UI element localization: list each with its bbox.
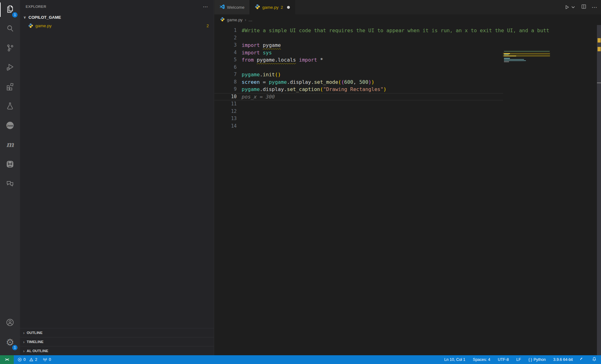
chevron-right-icon: › [23, 331, 24, 335]
code-line[interactable]: import pygame [242, 42, 601, 49]
line-number[interactable]: 6 [214, 64, 237, 71]
run-debug-icon [6, 63, 14, 73]
remote-indicator[interactable]: >< [0, 355, 14, 364]
line-number[interactable]: 14 [214, 123, 237, 130]
minimap[interactable] [503, 50, 550, 163]
more-actions-button[interactable]: ⋯ [592, 4, 597, 11]
line-number[interactable]: 8 [214, 78, 237, 86]
settings-badge: 1 [12, 345, 18, 350]
overview-ruler[interactable] [597, 25, 601, 355]
line-number-gutter[interactable]: 1234567891011121314 [214, 27, 237, 130]
code-token: "Drawing Rectangles" [323, 86, 383, 92]
explorer-sidebar: EXPLORER ⋯ ∨ COPILOT_GAME game.py 2 › OU… [20, 0, 214, 355]
status-python-interpreter[interactable]: 3.9.6 64-bit [553, 357, 573, 362]
code-token: import [299, 57, 317, 63]
status-bar: >< 0 2 0 Ln 10, Col 1 Spaces: 4 UTF-8 LF [0, 355, 601, 364]
python-file-icon [220, 17, 225, 23]
status-indentation[interactable]: Spaces: 4 [473, 357, 491, 362]
section-outline-label: OUTLINE [27, 331, 42, 335]
svg-text:m: m [6, 140, 14, 149]
minimap-line [504, 51, 550, 52]
tab-welcome[interactable]: Welcome [214, 0, 250, 14]
code-line[interactable] [242, 34, 601, 42]
status-language[interactable]: { } Python [528, 357, 546, 362]
tab-bar: Welcome game.py 2 [214, 0, 601, 14]
split-editor-button[interactable] [581, 4, 587, 11]
section-al-outline-label: AL OUTLINE [27, 349, 48, 353]
code-token: = [260, 79, 269, 85]
section-timeline[interactable]: › TIMELINE [20, 337, 214, 346]
line-number[interactable]: 12 [214, 108, 237, 115]
activity-settings-button[interactable]: ⚙ 1 [0, 333, 20, 352]
activity-search-button[interactable] [0, 19, 20, 39]
line-number[interactable]: 3 [214, 42, 237, 49]
activity-account-button[interactable] [0, 313, 20, 333]
breadcrumb-file[interactable]: game.py [227, 18, 243, 22]
code-token: pygame.locals [257, 57, 296, 63]
breadcrumb-symbol[interactable]: … [249, 18, 253, 22]
notifications-bell-button[interactable] [592, 357, 597, 362]
warning-marker [598, 38, 601, 43]
activity-json-extension-button[interactable]: Json [0, 116, 20, 136]
activity-explorer-button[interactable]: 1 [0, 0, 20, 19]
cursor-position-marker [597, 83, 601, 83]
minimap-warning-band [503, 53, 550, 54]
minimap-line [504, 60, 526, 61]
tab-game-py[interactable]: game.py 2 [250, 0, 295, 14]
line-number[interactable]: 5 [214, 56, 237, 64]
code-token: ) [368, 79, 372, 85]
code-token: . [260, 86, 263, 92]
code-token: set_caption [287, 86, 320, 92]
folder-row-copilot-game[interactable]: ∨ COPILOT_GAME [20, 13, 214, 21]
code-token: import [242, 50, 260, 56]
line-number[interactable]: 11 [214, 100, 237, 108]
code-token: from [242, 57, 254, 63]
code-line[interactable]: #Write a simple UI code that requires th… [242, 27, 601, 34]
line-number[interactable]: 2 [214, 34, 237, 42]
code-token: sys [263, 50, 272, 56]
ports-count: 0 [49, 357, 51, 362]
code-token: , [353, 79, 359, 85]
run-button[interactable] [564, 4, 576, 10]
vscode-window: 1 [0, 0, 601, 364]
line-number[interactable]: 4 [214, 49, 237, 57]
activity-extensions-button[interactable] [0, 78, 20, 97]
section-outline[interactable]: › OUTLINE [20, 328, 214, 337]
code-token: display [290, 79, 311, 85]
line-number[interactable]: 7 [214, 71, 237, 78]
code-token: init [263, 72, 275, 78]
status-eol[interactable]: LF [516, 357, 521, 362]
radio-tower-icon [43, 357, 47, 362]
activity-testing-button[interactable] [0, 97, 20, 116]
explorer-actions-button[interactable]: ⋯ [203, 4, 208, 10]
m-logo-icon: m [6, 140, 14, 150]
code-editor[interactable]: 1234567891011121314 #Write a simple UI c… [214, 25, 601, 355]
activity-source-control-button[interactable] [0, 39, 20, 58]
code-token: screen [242, 79, 260, 85]
line-number[interactable]: 9 [214, 86, 237, 93]
line-number[interactable]: 10 [214, 93, 237, 101]
activity-panda-extension-button[interactable] [0, 155, 20, 174]
code-token: import [242, 42, 260, 48]
status-line-col[interactable]: Ln 10, Col 1 [444, 357, 465, 362]
json-logo-icon: Json [6, 121, 14, 131]
braces-icon: { } [528, 357, 532, 362]
file-row-game-py[interactable]: game.py 2 [20, 21, 214, 30]
activity-comments-button[interactable] [0, 174, 20, 194]
status-encoding[interactable]: UTF-8 [498, 357, 509, 362]
activity-run-debug-button[interactable] [0, 58, 20, 78]
section-al-outline[interactable]: › AL OUTLINE [20, 346, 214, 355]
panda-logo-icon [6, 160, 14, 170]
line-number[interactable]: 1 [214, 27, 237, 34]
ports-status[interactable]: 0 [43, 357, 51, 362]
minimap-line [504, 59, 524, 60]
python-file-icon [255, 4, 260, 10]
warning-count: 2 [35, 357, 37, 362]
activity-m-extension-button[interactable]: m [0, 136, 20, 155]
line-number[interactable]: 13 [214, 115, 237, 123]
problems-status[interactable]: 0 2 [18, 357, 37, 362]
code-token: ( [320, 86, 323, 92]
code-token: ) [371, 79, 374, 85]
modified-dot-icon[interactable] [287, 6, 290, 9]
chevron-right-icon: › [245, 17, 246, 22]
